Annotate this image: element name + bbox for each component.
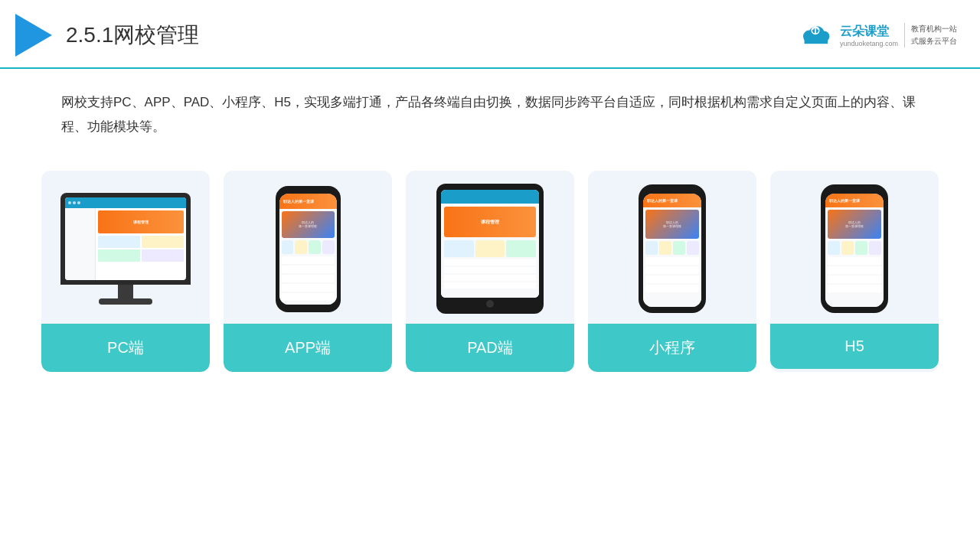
- card-pc: 课程管理: [41, 171, 210, 372]
- card-app-image: 职达人的第一堂课 职达人的第一堂课理推: [224, 171, 392, 324]
- card-app: 职达人的第一堂课 职达人的第一堂课理推: [224, 171, 392, 372]
- card-pc-image: 课程管理: [41, 171, 210, 324]
- card-h5-image: 职达人的第一堂课 职达人的第一堂课理推: [770, 171, 939, 324]
- card-h5: 职达人的第一堂课 职达人的第一堂课理推: [770, 171, 939, 372]
- card-miniprogram-label: 小程序: [588, 324, 756, 372]
- card-miniprogram: 职达人的第一堂课 职达人的第一堂课理推: [588, 171, 756, 372]
- page-header: 2.5.1网校管理 云朵课堂 yunduoketang.com 教育机构一站 式…: [0, 0, 980, 69]
- card-pad-image: 课程管理: [406, 171, 574, 324]
- description-paragraph: 网校支持PC、APP、PAD、小程序、H5，实现多端打通，产品各终端自由切换，数…: [61, 90, 919, 140]
- app-phone-icon: 职达人的第一堂课 职达人的第一堂课理推: [276, 186, 341, 312]
- pc-monitor-icon: 课程管理: [60, 193, 191, 305]
- brand-name: 云朵课堂: [840, 24, 889, 40]
- card-pad: 课程管理: [406, 171, 574, 372]
- miniprogram-phone-icon: 职达人的第一堂课 职达人的第一堂课理推: [639, 184, 706, 313]
- brand-slogan: 教育机构一站 式服务云平台: [904, 23, 957, 47]
- header-right: 云朵课堂 yunduoketang.com 教育机构一站 式服务云平台: [797, 23, 957, 47]
- page-title: 2.5.1网校管理: [66, 21, 199, 50]
- brand-url: yunduoketang.com: [840, 40, 898, 47]
- header-left: 2.5.1网校管理: [15, 14, 199, 57]
- pad-tablet-icon: 课程管理: [436, 184, 544, 314]
- cloud-icon: [797, 23, 834, 47]
- card-pad-label: PAD端: [406, 324, 574, 372]
- brand-info: 云朵课堂 yunduoketang.com: [840, 24, 898, 47]
- svg-rect-3: [805, 37, 828, 44]
- platform-cards: 课程管理: [0, 155, 980, 395]
- logo-triangle-icon: [15, 14, 52, 57]
- card-pc-label: PC端: [41, 324, 210, 372]
- card-h5-label: H5: [770, 324, 939, 369]
- card-miniprogram-image: 职达人的第一堂课 职达人的第一堂课理推: [588, 171, 756, 324]
- card-app-label: APP端: [224, 324, 392, 372]
- description-text: 网校支持PC、APP、PAD、小程序、H5，实现多端打通，产品各终端自由切换，数…: [0, 69, 980, 155]
- brand-logo: 云朵课堂 yunduoketang.com 教育机构一站 式服务云平台: [797, 23, 957, 47]
- h5-phone-icon: 职达人的第一堂课 职达人的第一堂课理推: [821, 184, 888, 313]
